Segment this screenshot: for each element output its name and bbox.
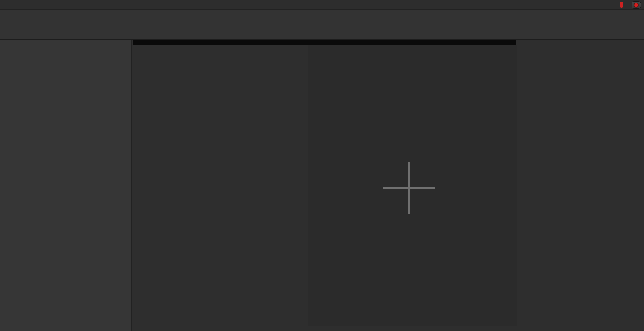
add-track-plus-icon-vertical — [408, 162, 410, 214]
status-area — [602, 0, 623, 10]
sidebar — [0, 40, 132, 331]
dsp-status — [620, 2, 623, 8]
global-record-indicator-button[interactable] — [632, 1, 641, 9]
dsp-load-badge — [620, 2, 623, 8]
transport-toolbar — [0, 10, 644, 40]
mixer-top-divider — [133, 40, 516, 45]
menu-bar — [0, 0, 644, 10]
mixbus-32c-window: const data = JSON.parse(document.getElem… — [0, 0, 644, 331]
record-dot-icon — [634, 3, 639, 8]
empty-strip-area[interactable] — [308, 45, 517, 326]
